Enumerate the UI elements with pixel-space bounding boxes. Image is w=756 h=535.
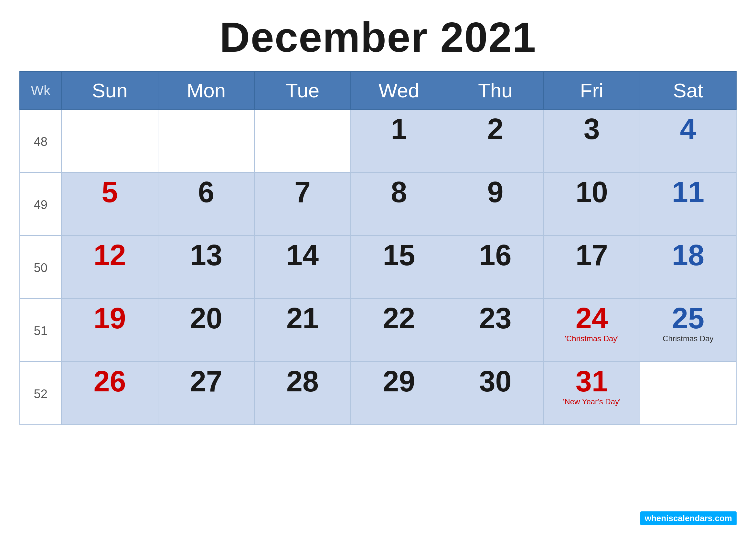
- day-19: 19: [62, 298, 158, 362]
- day-empty-2: [158, 109, 255, 172]
- day-26: 26: [62, 362, 158, 425]
- day-14: 14: [255, 236, 351, 298]
- wk-51: 51: [20, 298, 62, 362]
- col-header-tue: Tue: [255, 71, 351, 109]
- day-2: 2: [447, 109, 543, 172]
- day-5: 5: [62, 172, 158, 236]
- day-number-5: 5: [102, 176, 118, 208]
- day-7: 7: [255, 172, 351, 236]
- watermark[interactable]: wheniscalendars.com: [640, 511, 737, 525]
- wk-49: 49: [20, 172, 62, 236]
- day-number-2: 2: [487, 113, 503, 145]
- week-row-49: 49 5 6 7 8 9 10 11: [20, 172, 736, 236]
- calendar-page: December 2021 Wk Sun Mon Tue Wed Thu Fri…: [0, 0, 756, 535]
- day-number-16: 16: [479, 239, 511, 271]
- col-header-fri: Fri: [544, 71, 640, 109]
- day-number-18: 18: [672, 239, 704, 271]
- day-27: 27: [158, 362, 255, 425]
- day-number-12: 12: [94, 239, 126, 271]
- header-row: Wk Sun Mon Tue Wed Thu Fri Sat: [20, 71, 736, 109]
- day-number-1: 1: [391, 113, 407, 145]
- day-11: 11: [640, 172, 736, 236]
- col-header-sat: Sat: [640, 71, 736, 109]
- week-row-52: 52 26 27 28 29 30 31 'New Year's Day': [20, 362, 736, 425]
- calendar-body: 48 1 2 3 4 49 5 6 7 8 9 10 11: [20, 109, 736, 425]
- day-number-7: 7: [294, 176, 310, 208]
- holiday-label-24: 'Christmas Day': [547, 334, 636, 344]
- day-empty-1: [62, 109, 158, 172]
- day-number-26: 26: [94, 365, 126, 398]
- day-number-13: 13: [190, 239, 222, 271]
- day-15: 15: [351, 236, 447, 298]
- day-31: 31 'New Year's Day': [544, 362, 640, 425]
- day-24: 24 'Christmas Day': [544, 298, 640, 362]
- day-16: 16: [447, 236, 543, 298]
- day-number-23: 23: [479, 302, 511, 334]
- day-number-27: 27: [190, 365, 222, 398]
- day-number-4: 4: [680, 113, 696, 145]
- day-number-30: 30: [479, 365, 511, 398]
- day-number-20: 20: [190, 302, 222, 334]
- day-number-22: 22: [383, 302, 415, 334]
- day-25: 25 Christmas Day: [640, 298, 736, 362]
- day-number-24: 24: [576, 302, 608, 334]
- calendar-table: Wk Sun Mon Tue Wed Thu Fri Sat 48 1 2 3 …: [19, 71, 737, 425]
- holiday-label-25: Christmas Day: [643, 334, 733, 344]
- day-13: 13: [158, 236, 255, 298]
- day-29: 29: [351, 362, 447, 425]
- day-empty-3: [255, 109, 351, 172]
- day-22: 22: [351, 298, 447, 362]
- week-row-51: 51 19 20 21 22 23 24 'Christmas Day' 25 …: [20, 298, 736, 362]
- day-number-9: 9: [487, 176, 503, 208]
- day-number-28: 28: [286, 365, 319, 398]
- holiday-label-31: 'New Year's Day': [547, 397, 636, 407]
- day-23: 23: [447, 298, 543, 362]
- day-10: 10: [544, 172, 640, 236]
- week-row-50: 50 12 13 14 15 16 17 18: [20, 236, 736, 298]
- day-20: 20: [158, 298, 255, 362]
- day-empty-end: [640, 362, 736, 425]
- day-9: 9: [447, 172, 543, 236]
- wk-52: 52: [20, 362, 62, 425]
- calendar-title: December 2021: [220, 13, 536, 62]
- week-row-48: 48 1 2 3 4: [20, 109, 736, 172]
- col-header-sun: Sun: [62, 71, 158, 109]
- day-number-31: 31: [576, 365, 608, 398]
- day-number-19: 19: [94, 302, 126, 334]
- day-number-8: 8: [391, 176, 407, 208]
- wk-50: 50: [20, 236, 62, 298]
- day-number-29: 29: [383, 365, 415, 398]
- day-28: 28: [255, 362, 351, 425]
- day-number-21: 21: [286, 302, 319, 334]
- col-header-wk: Wk: [20, 71, 62, 109]
- wk-48: 48: [20, 109, 62, 172]
- day-4: 4: [640, 109, 736, 172]
- day-number-25: 25: [672, 302, 704, 334]
- day-3: 3: [544, 109, 640, 172]
- day-number-14: 14: [286, 239, 319, 271]
- day-8: 8: [351, 172, 447, 236]
- day-number-15: 15: [383, 239, 415, 271]
- day-12: 12: [62, 236, 158, 298]
- day-6: 6: [158, 172, 255, 236]
- day-21: 21: [255, 298, 351, 362]
- day-17: 17: [544, 236, 640, 298]
- day-number-11: 11: [672, 176, 704, 208]
- day-18: 18: [640, 236, 736, 298]
- col-header-mon: Mon: [158, 71, 255, 109]
- day-number-10: 10: [576, 176, 608, 208]
- col-header-thu: Thu: [447, 71, 543, 109]
- day-number-17: 17: [576, 239, 608, 271]
- day-number-6: 6: [198, 176, 214, 208]
- day-30: 30: [447, 362, 543, 425]
- col-header-wed: Wed: [351, 71, 447, 109]
- day-1: 1: [351, 109, 447, 172]
- watermark-link[interactable]: wheniscalendars.com: [645, 513, 732, 523]
- day-number-3: 3: [584, 113, 600, 145]
